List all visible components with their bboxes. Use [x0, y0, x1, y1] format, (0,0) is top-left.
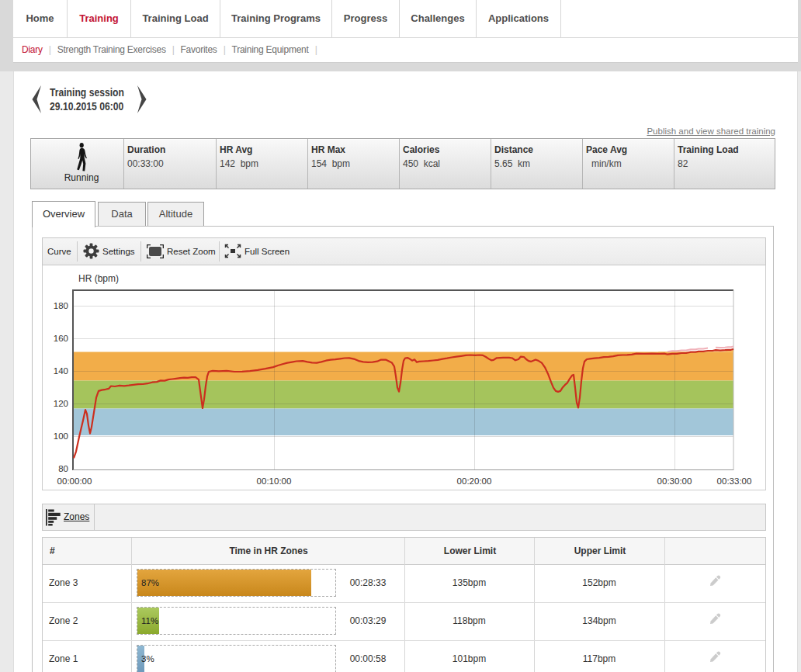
- svg-text:00:33:00: 00:33:00: [717, 476, 752, 486]
- svg-text:160: 160: [54, 334, 68, 343]
- svg-text:180: 180: [54, 301, 68, 310]
- svg-text:00:20:00: 00:20:00: [457, 476, 492, 486]
- svg-text:00:30:00: 00:30:00: [657, 476, 692, 486]
- svg-text:100: 100: [54, 431, 68, 441]
- svg-text:00:00:00: 00:00:00: [57, 476, 92, 486]
- svg-text:120: 120: [54, 399, 68, 408]
- svg-text:00:10:00: 00:10:00: [257, 476, 292, 486]
- svg-text:80: 80: [58, 464, 68, 473]
- svg-text:140: 140: [54, 366, 68, 376]
